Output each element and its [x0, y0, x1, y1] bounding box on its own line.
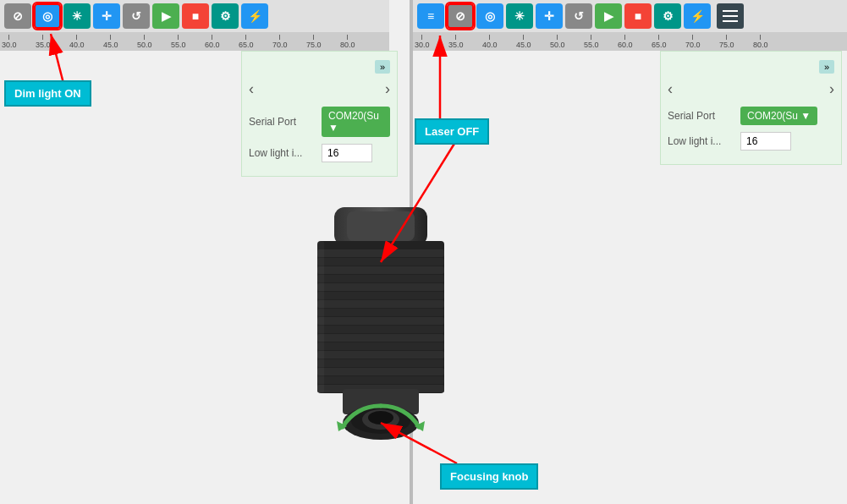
svg-rect-1: [347, 211, 415, 241]
svg-rect-4: [317, 258, 444, 266]
ruler-tick: 30.0: [2, 35, 17, 49]
left-serial-port-label: Serial Port: [249, 116, 316, 128]
dim-light-text: Dim light ON: [14, 87, 81, 100]
ruler-tick: 40.0: [69, 35, 85, 49]
ruler-tick: 50.0: [550, 35, 565, 49]
left-crosshair-btn[interactable]: ✛: [93, 3, 120, 29]
ruler-tick: 35.0: [36, 35, 51, 49]
left-settings-btn[interactable]: ⚙: [212, 3, 239, 29]
ruler-tick: 55.0: [584, 35, 599, 49]
ruler-tick: 40.0: [482, 35, 498, 49]
right-ruler-inner: 30.0 35.0 40.0 45.0 50.0 55.0 60.0 65.0 …: [413, 32, 847, 51]
right-serial-port-select[interactable]: COM20(Su ▼: [740, 107, 817, 125]
right-target-btn[interactable]: ◎: [476, 3, 503, 29]
right-expand-btn[interactable]: »: [819, 60, 834, 74]
hamburger-line: [723, 20, 738, 22]
svg-rect-5: [317, 266, 444, 274]
hamburger-menu-btn[interactable]: [717, 3, 744, 29]
right-stop-btn[interactable]: ■: [624, 3, 652, 29]
left-toolbar: ⊘ ◎ ✳ ✛ ↺ ▶ ■ ⚙ ⚡: [0, 0, 389, 32]
focusing-knob-text: Focusing knob: [450, 470, 528, 483]
svg-rect-3: [317, 249, 444, 257]
ruler-tick: 30.0: [415, 35, 430, 49]
left-sidebar-nav: ‹ ›: [249, 80, 390, 98]
right-play-btn[interactable]: ▶: [595, 3, 622, 29]
left-serial-port-row: Serial Port COM20(Su ▼: [249, 107, 390, 137]
left-serial-port-value: COM20(Su ▼: [328, 110, 383, 134]
svg-rect-10: [317, 309, 444, 316]
svg-rect-9: [317, 300, 444, 308]
right-settings-btn[interactable]: ⚙: [654, 3, 681, 29]
svg-rect-17: [317, 368, 444, 375]
left-low-light-label: Low light i...: [249, 147, 316, 159]
right-low-light-row: Low light i...: [668, 132, 834, 151]
right-crosshair-btn[interactable]: ✛: [536, 3, 563, 29]
left-serial-port-select[interactable]: COM20(Su ▼: [322, 107, 390, 137]
hamburger-line: [723, 10, 738, 12]
left-sidebar-panel: » ‹ › Serial Port COM20(Su ▼ Low light i…: [241, 51, 398, 177]
svg-rect-7: [317, 283, 444, 291]
right-sidebar-panel: » ‹ › Serial Port COM20(Su ▼ Low light i…: [660, 51, 842, 165]
left-low-light-row: Low light i...: [249, 144, 390, 162]
svg-rect-18: [317, 376, 444, 384]
right-sidebar-nav: ‹ ›: [668, 80, 834, 98]
ruler-tick: 60.0: [205, 35, 220, 49]
left-disable-btn[interactable]: ⊘: [4, 3, 31, 29]
right-low-light-input[interactable]: [740, 132, 791, 151]
ruler-tick: 70.0: [685, 35, 701, 49]
laser-module-svg: [288, 203, 474, 465]
ruler-tick: 65.0: [239, 35, 254, 49]
left-stop-btn[interactable]: ■: [182, 3, 209, 29]
right-serial-port-row: Serial Port COM20(Su ▼: [668, 107, 834, 125]
ruler-tick: 50.0: [137, 35, 152, 49]
svg-rect-8: [317, 292, 444, 299]
ruler-tick: 75.0: [306, 35, 322, 49]
right-serial-port-value: COM20(Su ▼: [747, 110, 811, 122]
right-nav-prev[interactable]: ‹: [668, 80, 673, 98]
svg-rect-27: [317, 241, 324, 393]
right-toolbar: ≡ ⊘ ◎ ✳ ✛ ↺ ▶ ■ ⚙ ⚡: [413, 0, 847, 32]
svg-rect-11: [317, 317, 444, 325]
svg-rect-12: [317, 326, 444, 333]
left-target-btn[interactable]: ◎: [34, 3, 61, 29]
laser-off-text: Laser OFF: [425, 125, 479, 138]
right-refresh-btn[interactable]: ↺: [565, 3, 592, 29]
left-snowflake-btn[interactable]: ✳: [63, 3, 91, 29]
ruler-tick: 45.0: [103, 35, 118, 49]
ruler-tick: 80.0: [340, 35, 355, 49]
left-nav-next[interactable]: ›: [385, 80, 390, 98]
laser-off-annotation: Laser OFF: [415, 118, 489, 145]
svg-rect-14: [317, 342, 444, 350]
ruler-tick: 65.0: [652, 35, 667, 49]
right-nav-next[interactable]: ›: [829, 80, 834, 98]
left-expand-btn[interactable]: »: [375, 60, 390, 74]
hamburger-line: [723, 15, 738, 17]
svg-point-24: [368, 411, 393, 425]
ruler-tick: 45.0: [516, 35, 531, 49]
ruler-tick: 75.0: [719, 35, 734, 49]
left-nav-prev[interactable]: ‹: [249, 80, 254, 98]
svg-rect-6: [317, 275, 444, 282]
right-serial-port-label: Serial Port: [668, 110, 735, 122]
svg-rect-15: [317, 351, 444, 359]
svg-rect-13: [317, 334, 444, 342]
ruler-tick: 70.0: [272, 35, 288, 49]
left-refresh-btn[interactable]: ↺: [123, 3, 150, 29]
right-ruler: 30.0 35.0 40.0 45.0 50.0 55.0 60.0 65.0 …: [413, 32, 847, 51]
left-ruler-inner: 30.0 35.0 40.0 45.0 50.0 55.0 60.0 65.0 …: [0, 32, 389, 51]
focusing-knob-annotation: Focusing knob: [440, 463, 538, 490]
ruler-tick: 80.0: [753, 35, 768, 49]
left-low-light-input[interactable]: [322, 144, 372, 162]
left-play-btn[interactable]: ▶: [152, 3, 179, 29]
svg-rect-16: [317, 359, 444, 367]
left-flash-btn[interactable]: ⚡: [241, 3, 268, 29]
right-menu-btn[interactable]: ≡: [417, 3, 444, 29]
laser-module-container: [288, 203, 474, 465]
right-snowflake-btn[interactable]: ✳: [506, 3, 533, 29]
dim-light-annotation: Dim light ON: [4, 80, 91, 107]
ruler-tick: 55.0: [171, 35, 186, 49]
left-ruler: 30.0 35.0 40.0 45.0 50.0 55.0 60.0 65.0 …: [0, 32, 389, 51]
right-disable-btn[interactable]: ⊘: [447, 3, 474, 29]
ruler-tick: 35.0: [448, 35, 464, 49]
right-flash-btn[interactable]: ⚡: [684, 3, 711, 29]
